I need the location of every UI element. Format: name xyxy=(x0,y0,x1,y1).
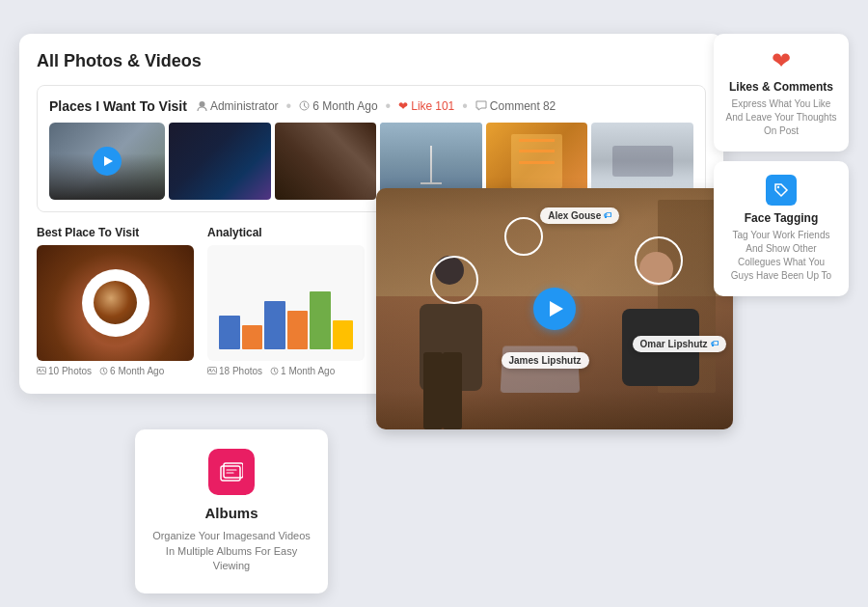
face-tag-james: James Lipshutz xyxy=(502,352,589,369)
main-thumbnail[interactable] xyxy=(49,123,165,200)
heart-icon: ❤ xyxy=(725,47,837,74)
likes-comments-title: Likes & Comments xyxy=(725,80,837,94)
large-photo-play-button[interactable] xyxy=(533,288,576,330)
album-header: Places I Want To Visit Administrator • 6… xyxy=(49,97,693,115)
face-circle-james xyxy=(430,256,478,304)
tag-icon xyxy=(766,175,797,206)
albums-icon xyxy=(208,449,255,495)
right-feature-cards: ❤ Likes & Comments Express What You Like… xyxy=(714,34,849,296)
face-tag-alex: Alex Gouse 🏷 xyxy=(540,207,619,224)
face-tagging-title: Face Tagging xyxy=(725,211,837,225)
thumbnail-1[interactable] xyxy=(169,123,271,200)
face-tagging-card: Face Tagging Tag Your Work Friends And S… xyxy=(714,161,849,296)
svg-point-10 xyxy=(777,185,779,187)
play-button[interactable] xyxy=(93,147,122,176)
page-title: All Photos & Videos xyxy=(37,51,706,71)
face-tag-omar: Omar Lipshutz 🏷 xyxy=(633,336,726,352)
face-circle-alex xyxy=(504,217,543,256)
like-count: ❤ Like 101 xyxy=(398,99,454,113)
albums-promo-card: Albums Organize Your Imagesand Videos In… xyxy=(135,429,328,593)
photos-icon xyxy=(37,367,46,374)
album-best-place[interactable]: Best Place To Visit xyxy=(37,226,194,376)
albums-promo-desc: Organize Your Imagesand Videos In Multip… xyxy=(150,529,312,573)
album-best-place-img xyxy=(37,245,194,361)
album-best-place-meta: 10 Photos 6 Month Ago xyxy=(37,366,194,376)
clock-icon-2 xyxy=(99,367,108,375)
album-analytical[interactable]: Analytical xyxy=(207,226,365,376)
album-analytical-title: Analytical xyxy=(207,226,365,239)
photos-icon-2 xyxy=(207,367,217,374)
tag-svg-icon xyxy=(773,182,789,198)
top-album-title: Places I Want To Visit xyxy=(49,98,187,114)
likes-comments-desc: Express What You Like And Leave Your Tho… xyxy=(725,97,837,138)
album-analytical-img xyxy=(207,245,365,361)
likes-comments-card: ❤ Likes & Comments Express What You Like… xyxy=(714,34,849,152)
user-icon xyxy=(197,100,207,112)
comment-icon xyxy=(475,100,487,111)
albums-svg-icon xyxy=(220,462,243,482)
comment-count: Comment 82 xyxy=(475,99,556,113)
author-meta: Administrator xyxy=(197,99,279,113)
thumbnail-2[interactable] xyxy=(275,123,377,200)
album-analytical-meta: 18 Photos 1 Month Ago xyxy=(207,366,365,376)
clock-icon-3 xyxy=(270,367,279,375)
album-best-place-title: Best Place To Visit xyxy=(37,226,194,239)
time-meta: 6 Month Ago xyxy=(299,99,377,113)
svg-point-0 xyxy=(199,101,204,107)
albums-promo-title: Albums xyxy=(150,505,312,521)
face-tagging-desc: Tag Your Work Friends And Show Other Col… xyxy=(725,229,837,283)
clock-icon xyxy=(299,100,310,111)
face-circle-omar xyxy=(635,236,683,285)
large-photo: Alex Gouse 🏷 James Lipshutz Omar Lipshut… xyxy=(376,188,733,429)
